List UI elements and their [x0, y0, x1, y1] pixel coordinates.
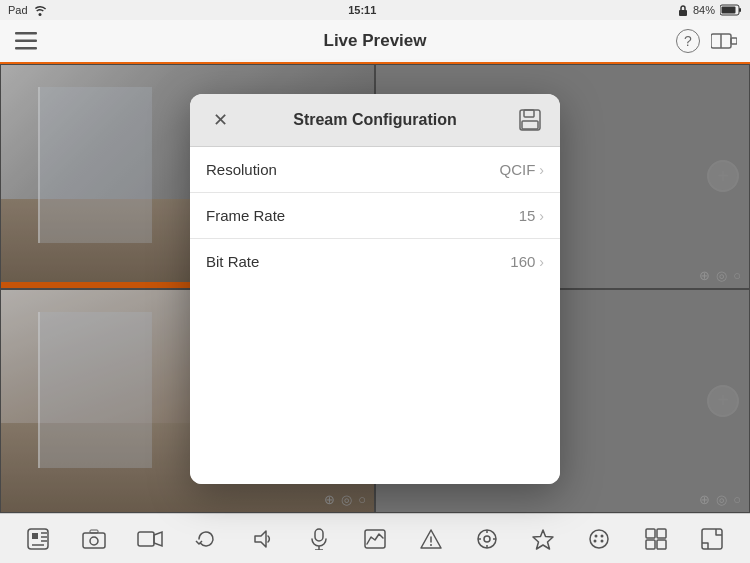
- resolution-row[interactable]: Resolution QCIF ›: [190, 147, 560, 193]
- svg-point-40: [590, 530, 608, 548]
- svg-rect-26: [315, 529, 323, 541]
- svg-rect-47: [646, 540, 655, 549]
- bit-rate-value-container: 160 ›: [510, 253, 544, 270]
- stream-config-dialog: ✕ Stream Configuration Resolution QCIF: [190, 94, 560, 484]
- svg-rect-49: [702, 529, 722, 549]
- resolution-label: Resolution: [206, 161, 277, 178]
- battery-pct: 84%: [693, 4, 715, 16]
- nav-bar: Live Preview ?: [0, 20, 750, 64]
- svg-point-41: [595, 534, 598, 537]
- status-bar: Pad 15:11 84%: [0, 0, 750, 20]
- resolution-chevron: ›: [539, 162, 544, 178]
- mic-button[interactable]: [301, 521, 337, 557]
- svg-marker-24: [154, 532, 162, 546]
- frame-rate-label: Frame Rate: [206, 207, 285, 224]
- frame-rate-value: 15: [519, 207, 536, 224]
- playback-button[interactable]: [357, 521, 393, 557]
- svg-rect-23: [138, 532, 154, 546]
- bit-rate-label: Bit Rate: [206, 253, 259, 270]
- frame-rate-value-container: 15 ›: [519, 207, 544, 224]
- dialog-header: ✕ Stream Configuration: [190, 94, 560, 147]
- palette-button[interactable]: [581, 521, 617, 557]
- svg-rect-6: [15, 47, 37, 50]
- ptz-button[interactable]: [469, 521, 505, 557]
- svg-point-43: [594, 539, 597, 542]
- svg-rect-0: [679, 10, 687, 16]
- svg-point-21: [90, 537, 98, 545]
- status-time: 15:11: [348, 4, 376, 16]
- dialog-close-button[interactable]: ✕: [206, 106, 234, 134]
- nav-left: [12, 27, 40, 55]
- frame-rate-row[interactable]: Frame Rate 15 ›: [190, 193, 560, 239]
- svg-rect-8: [731, 38, 737, 44]
- bottom-toolbar: [0, 513, 750, 563]
- camera-switch-button[interactable]: [710, 27, 738, 55]
- video-button[interactable]: [132, 521, 168, 557]
- photo-button[interactable]: [76, 521, 112, 557]
- grid-button[interactable]: [638, 521, 674, 557]
- battery-icon: [720, 4, 742, 16]
- svg-rect-12: [522, 121, 538, 129]
- dialog-empty-area: [190, 284, 560, 484]
- speaker-button[interactable]: [245, 521, 281, 557]
- svg-rect-22: [90, 530, 98, 533]
- svg-point-34: [484, 536, 490, 542]
- svg-rect-11: [524, 110, 534, 117]
- dialog-title: Stream Configuration: [234, 111, 516, 129]
- save-icon: [519, 109, 541, 131]
- svg-rect-2: [739, 8, 741, 12]
- svg-marker-39: [533, 530, 553, 549]
- svg-rect-48: [657, 540, 666, 549]
- dialog-save-button[interactable]: [516, 106, 544, 134]
- resolution-value-container: QCIF ›: [499, 161, 544, 178]
- nav-right: ?: [676, 27, 738, 55]
- refresh-button[interactable]: [188, 521, 224, 557]
- svg-marker-25: [255, 531, 266, 547]
- svg-rect-10: [520, 110, 540, 130]
- svg-point-44: [601, 539, 604, 542]
- svg-point-42: [601, 534, 604, 537]
- favorite-button[interactable]: [525, 521, 561, 557]
- help-button[interactable]: ?: [676, 29, 700, 53]
- svg-rect-4: [15, 32, 37, 35]
- frame-rate-chevron: ›: [539, 208, 544, 224]
- svg-rect-3: [722, 7, 736, 14]
- resolution-value: QCIF: [499, 161, 535, 178]
- menu-button[interactable]: [12, 27, 40, 55]
- lock-icon: [678, 4, 688, 17]
- status-left: Pad: [8, 4, 47, 16]
- page-title: Live Preview: [323, 31, 426, 51]
- svg-rect-15: [32, 533, 38, 539]
- modal-overlay: ✕ Stream Configuration Resolution QCIF: [0, 64, 750, 513]
- warning-button[interactable]: [413, 521, 449, 557]
- wifi-icon: [33, 4, 47, 16]
- bit-rate-row[interactable]: Bit Rate 160 ›: [190, 239, 560, 284]
- bit-rate-value: 160: [510, 253, 535, 270]
- svg-rect-45: [646, 529, 655, 538]
- svg-rect-5: [15, 40, 37, 43]
- svg-rect-46: [657, 529, 666, 538]
- fullscreen-button[interactable]: [694, 521, 730, 557]
- status-right: 84%: [678, 4, 742, 17]
- dialog-body: Resolution QCIF › Frame Rate 15 › Bit Ra…: [190, 147, 560, 284]
- svg-point-32: [430, 544, 432, 546]
- record-button[interactable]: [20, 521, 56, 557]
- device-label: Pad: [8, 4, 28, 16]
- bit-rate-chevron: ›: [539, 254, 544, 270]
